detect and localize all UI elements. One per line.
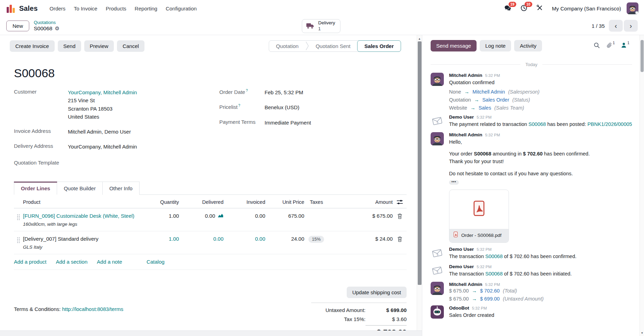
forecast-chart-icon[interactable] [218,213,223,219]
activity-button[interactable]: Activity [514,40,542,51]
activities-button[interactable]: 10 [518,3,530,14]
unit-price-cell[interactable]: 675.00 [269,212,308,219]
attachment-filename[interactable]: Order - S00068.pdf [461,232,502,239]
tracking-new-value[interactable]: Mitchell Admin [472,89,505,95]
message-author[interactable]: Demo User [449,264,474,269]
attachment-card[interactable]: Order - S00068.pdf [449,190,509,242]
avatar-odoobot[interactable] [431,305,444,319]
payment-terms-value[interactable]: Immediate Payment [265,119,311,127]
quantity-cell[interactable]: 1.00 [150,235,183,242]
order-reference-link[interactable]: S00068 [528,121,546,127]
preview-button[interactable]: Preview [84,40,114,52]
update-shipping-cost-button[interactable]: Update shipping cost [347,287,407,298]
app-name[interactable]: Sales [19,5,38,13]
optional-columns-icon[interactable] [393,199,407,205]
company-switcher[interactable]: My Company (San Francisco) [552,6,621,11]
scrollbar-thumb[interactable] [641,40,644,72]
product-name[interactable]: [Delivery_007] Standard delivery [23,236,99,242]
log-note-button[interactable]: Log note [480,40,511,51]
quantity-cell[interactable]: 1.00 [150,212,183,219]
send-button[interactable]: Send [58,40,81,52]
odoo-app-logo-icon[interactable] [6,4,16,13]
delivered-cell[interactable]: 0.00 [183,235,228,242]
payment-entry-link[interactable]: PBNK1/2026/00005 [587,121,632,127]
attachments-button[interactable]: 1 [606,42,615,50]
form-scrollbar[interactable]: ▲ [417,35,422,330]
drag-handle-icon[interactable] [14,235,23,243]
tab-other-info[interactable]: Other Info [103,182,140,195]
attachment-preview[interactable] [449,190,509,229]
unit-price-cell[interactable]: 24.00 [269,235,308,242]
tracking-new-value[interactable]: $ 699.00 [480,296,500,302]
followers-button[interactable]: 1 [621,42,629,49]
messages-button[interactable]: 19 [502,3,514,14]
tab-quote-builder[interactable]: Quote Builder [57,182,103,195]
order-reference-link[interactable]: S00068 [485,271,503,277]
invoice-address-value[interactable]: Mitchell Admin, Demo User [68,128,131,136]
delivery-address-value[interactable]: YourCompany, Mitchell Admin [68,143,137,151]
taxes-cell[interactable] [308,212,340,213]
pager-next-button[interactable]: › [624,20,638,32]
menu-products[interactable]: Products [102,3,131,14]
message-author[interactable]: Mitchell Admin [449,282,482,287]
tab-order-lines[interactable]: Order Lines [14,182,57,195]
message-author[interactable]: Mitchell Admin [449,73,482,78]
scrollbar-thumb[interactable] [418,41,422,285]
activities-badge: 10 [525,2,532,7]
menu-configuration[interactable]: Configuration [162,3,201,14]
chatter-scrollbar[interactable]: ▼ [639,35,644,336]
add-note-link[interactable]: Add a note [97,259,122,265]
breadcrumb-quotations[interactable]: Quotations [34,20,60,25]
menu-reporting[interactable]: Reporting [131,3,162,14]
add-section-link[interactable]: Add a section [56,259,87,265]
new-button[interactable]: New [6,21,29,31]
debug-tools-button[interactable] [534,3,546,14]
scroll-down-icon[interactable]: ▼ [640,331,644,335]
menu-to-invoice[interactable]: To Invoice [70,3,102,14]
order-line-row[interactable]: [FURN_0096] Customizable Desk (White, St… [14,208,407,231]
scroll-up-icon[interactable]: ▲ [418,38,421,40]
avatar-envelope-icon[interactable]: $ [431,264,444,277]
delivered-cell[interactable]: 0.00 [205,213,215,219]
user-avatar[interactable] [627,2,638,14]
terms-link[interactable]: http://localhost:8083/terms [62,306,123,312]
search-messages-button[interactable] [594,42,600,49]
avatar-mitchell[interactable] [431,132,444,145]
catalog-link[interactable]: Catalog [147,259,165,265]
order-line-row[interactable]: [Delivery_007] Standard delivery GLS Ita… [14,231,407,254]
create-invoice-button[interactable]: Create Invoice [10,40,55,52]
avatar-envelope-icon[interactable]: $ [431,247,444,260]
avatar-mitchell[interactable] [431,73,444,86]
message-author[interactable]: Demo User [449,114,474,120]
product-link[interactable]: [FURN_0096] Customizable Desk (White, St… [23,213,134,219]
customer-link[interactable]: YourCompany, Mitchell Admin [68,89,137,95]
delivery-smart-button[interactable]: Delivery 1 [302,19,340,33]
expand-message-button[interactable]: ••• [449,180,459,185]
invoiced-cell[interactable]: 0.00 [228,235,269,242]
status-quotation-sent[interactable]: Quotation Sent [309,41,358,51]
avatar-mitchell[interactable] [431,282,444,295]
add-product-link[interactable]: Add a product [14,259,46,265]
tracking-new-value[interactable]: Sales [479,105,491,111]
drag-handle-icon[interactable] [14,212,23,221]
status-quotation[interactable]: Quotation [269,41,306,51]
message-author[interactable]: Mitchell Admin [449,132,482,137]
order-date-value[interactable]: Feb 25, 5:32 PM [265,88,303,96]
avatar-envelope-icon[interactable]: $ [431,114,444,128]
delete-row-icon[interactable] [393,212,407,219]
cancel-button[interactable]: Cancel [117,40,144,52]
tracking-new-value[interactable]: Sales Order [482,97,509,103]
tracking-new-value[interactable]: $ 702.60 [480,288,500,294]
send-message-button[interactable]: Send message [431,40,477,51]
settings-gear-icon[interactable]: ⚙ [55,26,59,31]
status-sales-order[interactable]: Sales Order [357,40,401,52]
message-author[interactable]: Demo User [449,247,474,252]
menu-orders[interactable]: Orders [45,3,70,14]
pricelist-value[interactable]: Benelux (USD) [265,103,299,111]
pager-previous-button[interactable]: ‹ [609,20,623,32]
order-reference-link[interactable]: S00068 [485,254,503,259]
message-author[interactable]: OdooBot [449,305,469,311]
tax-badge[interactable]: 15% [308,236,324,243]
delete-row-icon[interactable] [393,235,407,242]
invoiced-cell[interactable]: 0.00 [228,212,269,219]
